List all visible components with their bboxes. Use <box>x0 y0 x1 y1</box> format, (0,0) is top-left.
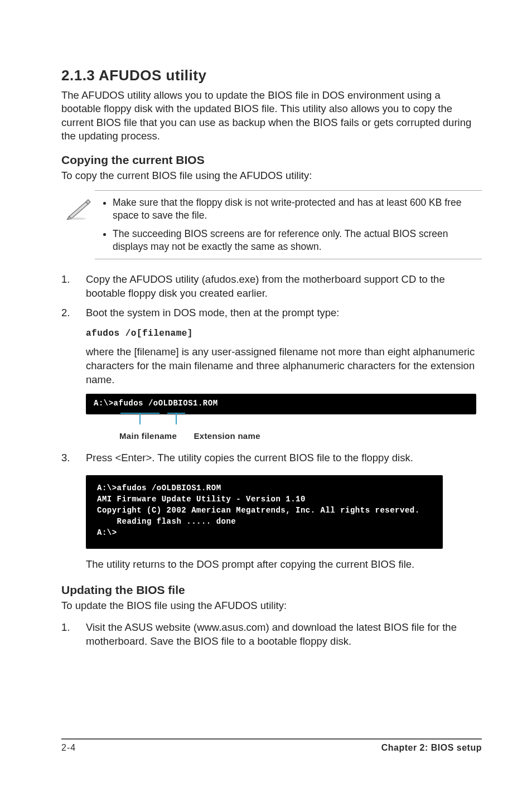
note-item: The succeeding BIOS screens are for refe… <box>113 228 478 253</box>
copying-heading: Copying the current BIOS <box>61 153 482 167</box>
step-2: Boot the system in DOS mode, then at the… <box>61 306 482 387</box>
page-number: 2-4 <box>61 743 76 753</box>
step-text: Press <Enter>. The utility copies the cu… <box>86 452 413 463</box>
pencil-note-icon <box>66 197 93 222</box>
step-1: Copy the AFUDOS utility (afudos.exe) fro… <box>61 273 482 301</box>
updating-lead: To update the BIOS file using the AFUDOS… <box>61 599 482 612</box>
section-number-title: 2.1.3 AFUDOS utility <box>61 67 482 84</box>
updating-heading: Updating the BIOS file <box>61 583 482 597</box>
terminal-output-1: A:\>afudos /oOLDBIOS1.ROM <box>86 394 476 415</box>
step-text: Boot the system in DOS mode, then at the… <box>86 307 340 318</box>
note-item: Make sure that the floppy disk is not wr… <box>113 196 478 222</box>
afudos-command: afudos /o[filename] <box>86 328 482 340</box>
note-box: Make sure that the floppy disk is not wr… <box>95 190 482 259</box>
annotation-extension-name: Extension name <box>194 431 260 441</box>
step-explain: where the [filename] is any user-assigne… <box>86 345 482 386</box>
annotation-main-filename: Main filename <box>119 431 177 441</box>
chapter-label: Chapter 2: BIOS setup <box>381 743 482 753</box>
copying-lead: To copy the current BIOS file using the … <box>61 169 482 182</box>
terminal-output-2: A:\>afudos /oOLDBIOS1.ROM AMI Firmware U… <box>86 475 443 548</box>
page-footer: 2-4 Chapter 2: BIOS setup <box>61 738 482 753</box>
step-text: Visit the ASUS website (www.asus.com) an… <box>86 621 457 647</box>
section-intro: The AFUDOS utility allows you to update … <box>61 89 482 143</box>
step-3: Press <Enter>. The utility copies the cu… <box>61 451 482 571</box>
update-step-1: Visit the ASUS website (www.asus.com) an… <box>61 621 482 649</box>
svg-point-0 <box>68 218 86 220</box>
annotation-lines-icon <box>119 412 253 429</box>
step-after: The utility returns to the DOS prompt af… <box>86 558 482 572</box>
step-text: Copy the AFUDOS utility (afudos.exe) fro… <box>86 273 445 299</box>
